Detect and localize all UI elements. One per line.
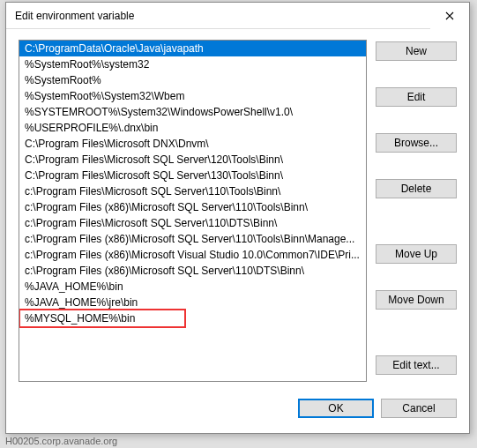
move-down-button[interactable]: Move Down [376, 290, 457, 310]
dialog-body: C:\ProgramData\Oracle\Java\javapath%Syst… [6, 29, 469, 394]
path-list-item[interactable]: c:\Program Files (x86)\Microsoft SQL Ser… [19, 231, 366, 247]
path-list-item[interactable]: C:\Program Files\Microsoft SQL Server\12… [19, 152, 366, 168]
path-list-item[interactable]: %USERPROFILE%\.dnx\bin [19, 120, 366, 136]
titlebar: Edit environment variable [6, 3, 469, 29]
browse-button[interactable]: Browse... [376, 133, 457, 153]
cancel-button[interactable]: Cancel [381, 399, 457, 418]
path-list-item[interactable]: %SystemRoot% [19, 72, 366, 88]
path-list-item[interactable]: C:\ProgramData\Oracle\Java\javapath [19, 41, 366, 56]
path-list-item[interactable]: %SystemRoot%\system32 [19, 56, 366, 72]
path-list[interactable]: C:\ProgramData\Oracle\Java\javapath%Syst… [19, 41, 366, 381]
new-button[interactable]: New [376, 41, 457, 61]
path-list-item[interactable]: c:\Program Files\Microsoft SQL Server\11… [19, 183, 366, 199]
dialog-title: Edit environment variable [15, 10, 134, 22]
close-button[interactable] [430, 3, 469, 29]
path-list-item[interactable]: c:\Program Files (x86)\Microsoft SQL Ser… [19, 199, 366, 215]
dialog-footer: OK Cancel [6, 394, 469, 433]
move-up-button[interactable]: Move Up [376, 244, 457, 264]
edit-text-button[interactable]: Edit text... [376, 355, 457, 375]
edit-button[interactable]: Edit [376, 87, 457, 107]
ok-button[interactable]: OK [298, 399, 374, 418]
path-list-item[interactable]: %JAVA_HOME%\jre\bin [19, 295, 366, 310]
path-list-item[interactable]: c:\Program Files (x86)\Microsoft SQL Ser… [19, 263, 366, 279]
delete-button[interactable]: Delete [376, 179, 457, 198]
path-list-item[interactable]: %MYSQL_HOME%\bin [19, 310, 366, 326]
path-list-item[interactable]: %SystemRoot%\System32\Wbem [19, 88, 366, 104]
path-list-item[interactable]: %JAVA_HOME%\bin [19, 279, 366, 295]
background-hostname: H00205.corp.avanade.org [5, 436, 117, 446]
edit-env-var-dialog: Edit environment variable C:\ProgramData… [5, 2, 470, 434]
path-list-item[interactable]: %SYSTEMROOT%\System32\WindowsPowerShell\… [19, 104, 366, 120]
path-list-item[interactable]: c:\Program Files (x86)\Microsoft Visual … [19, 247, 366, 263]
path-list-item[interactable]: C:\Program Files\Microsoft DNX\Dnvm\ [19, 136, 366, 152]
path-list-item[interactable]: c:\Program Files\Microsoft SQL Server\11… [19, 215, 366, 231]
path-list-container: C:\ProgramData\Oracle\Java\javapath%Syst… [19, 40, 367, 382]
path-list-item[interactable]: C:\Program Files\Microsoft SQL Server\13… [19, 168, 366, 183]
side-buttons: New Edit Browse... Delete Move Up Move D… [376, 40, 457, 382]
close-icon [445, 11, 454, 20]
